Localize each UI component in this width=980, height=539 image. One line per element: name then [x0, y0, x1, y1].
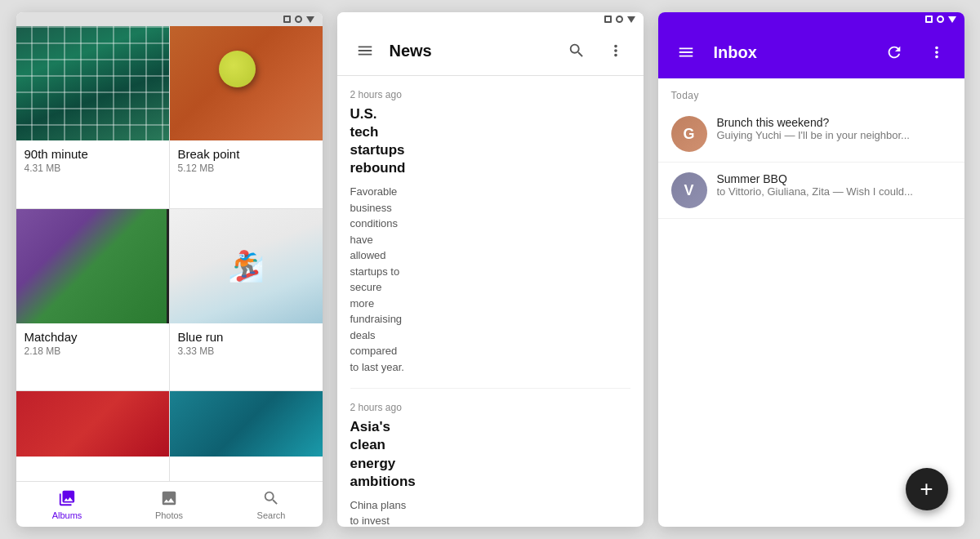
inbox-more-button[interactable] [922, 38, 951, 67]
album-thumbnail [16, 26, 169, 140]
status-bar-2 [337, 12, 644, 26]
email-text: Summer BBQ to Vittorio, Giuliana, Zita —… [717, 172, 951, 198]
album-size: 3.33 MB [178, 345, 314, 357]
album-item[interactable]: Break point 5.12 MB [170, 26, 323, 208]
bottom-nav: Albums Photos Search [16, 481, 323, 527]
album-size: 4.31 MB [24, 163, 161, 174]
album-info: 90th minute 4.31 MB [16, 140, 169, 184]
status-circle-icon [616, 16, 623, 23]
news-search-button[interactable] [562, 36, 591, 65]
email-sender: to Vittorio, Giuliana, Zita [717, 185, 831, 198]
news-article[interactable]: 2 hours ago Asia's clean energy ambition… [350, 389, 630, 527]
news-article[interactable]: 2 hours ago U.S. tech startups rebound F… [350, 76, 630, 389]
album-thumbnail-partial [170, 391, 323, 457]
phone-inbox: Inbox Today G Brunch this weekend? Guiyi… [658, 12, 964, 527]
sender-avatar: G [671, 116, 707, 152]
status-bar-1 [16, 12, 323, 26]
news-content: 2 hours ago Asia's clean energy ambition… [350, 402, 416, 527]
email-sender: Guiying Yuchi [717, 129, 782, 141]
album-item-partial[interactable] [170, 391, 323, 481]
hamburger-menu-button[interactable] [350, 36, 380, 65]
album-title: Matchday [24, 330, 161, 344]
album-thumbnail [170, 209, 323, 323]
news-time: 2 hours ago [350, 402, 416, 413]
album-info: Break point 5.12 MB [170, 140, 323, 184]
email-preview-text: — I'll be in your neighbor... [784, 129, 910, 141]
album-item[interactable]: 90th minute 4.31 MB [16, 26, 169, 208]
album-info: Matchday 2.18 MB [16, 323, 169, 367]
album-info: Blue run 3.33 MB [170, 323, 323, 367]
album-title: Break point [178, 147, 314, 161]
nav-albums[interactable]: Albums [16, 482, 118, 527]
news-more-button[interactable] [601, 36, 630, 65]
inbox-title: Inbox [714, 43, 866, 62]
search-icon [261, 488, 281, 508]
email-preview: to Vittorio, Giuliana, Zita — Wish I cou… [717, 185, 951, 198]
album-item[interactable]: Matchday 2.18 MB [16, 209, 169, 391]
status-bar-3 [658, 12, 964, 26]
nav-photos-label: Photos [155, 510, 183, 520]
phone-albums: 90th minute 4.31 MB Break point 5.12 MB … [16, 12, 323, 527]
status-tri-icon [627, 16, 635, 23]
inbox-email-item[interactable]: G Brunch this weekend? Guiying Yuchi — I… [658, 106, 964, 163]
album-title: 90th minute [24, 147, 161, 161]
email-preview-text: — Wish I could... [833, 185, 913, 198]
album-thumbnail [170, 26, 323, 140]
nav-search-label: Search [257, 510, 286, 520]
albums-grid: 90th minute 4.31 MB Break point 5.12 MB … [16, 26, 323, 481]
status-tri-icon [306, 16, 314, 23]
phone-news: News 2 hours ago U.S. tech startups rebo… [337, 12, 644, 527]
inbox-email-item[interactable]: V Summer BBQ to Vittorio, Giuliana, Zita… [658, 163, 964, 219]
status-square-icon [283, 16, 291, 23]
album-thumbnail [16, 209, 169, 323]
email-subject: Summer BBQ [717, 172, 951, 185]
inbox-body: Today G Brunch this weekend? Guiying Yuc… [658, 78, 964, 527]
news-list: 2 hours ago U.S. tech startups rebound F… [337, 76, 644, 527]
inbox-refresh-button[interactable] [880, 38, 909, 67]
news-title: News [390, 42, 552, 60]
status-tri-icon [948, 16, 956, 23]
email-text: Brunch this weekend? Guiying Yuchi — I'l… [717, 116, 951, 141]
inbox-header: Inbox [658, 26, 964, 78]
sender-avatar: V [671, 172, 707, 208]
news-body: China plans to invest billions of dollar… [350, 497, 416, 527]
compose-fab[interactable]: + [906, 468, 948, 510]
status-square-icon [925, 16, 933, 23]
nav-photos[interactable]: Photos [118, 482, 220, 527]
photos-icon [159, 488, 179, 508]
news-time: 2 hours ago [350, 89, 406, 100]
album-size: 5.12 MB [178, 163, 314, 174]
status-square-icon [604, 16, 612, 23]
email-preview: Guiying Yuchi — I'll be in your neighbor… [717, 129, 951, 141]
album-item[interactable]: Blue run 3.33 MB [170, 209, 323, 391]
inbox-section-label: Today [658, 78, 964, 106]
nav-search[interactable]: Search [220, 482, 323, 527]
album-item-partial[interactable] [16, 391, 169, 481]
news-headline: Asia's clean energy ambitions [350, 418, 416, 490]
news-header: News [337, 26, 644, 76]
status-circle-icon [295, 16, 302, 23]
album-title: Blue run [178, 330, 314, 344]
news-body: Favorable business conditions have allow… [350, 184, 406, 375]
album-thumbnail-partial [16, 391, 169, 457]
album-size: 2.18 MB [24, 345, 161, 357]
status-circle-icon [937, 16, 944, 23]
email-subject: Brunch this weekend? [717, 116, 951, 129]
albums-icon [57, 488, 77, 508]
news-headline: U.S. tech startups rebound [350, 105, 406, 177]
nav-albums-label: Albums [52, 510, 82, 520]
news-content: 2 hours ago U.S. tech startups rebound F… [350, 89, 406, 375]
inbox-menu-button[interactable] [671, 38, 701, 67]
